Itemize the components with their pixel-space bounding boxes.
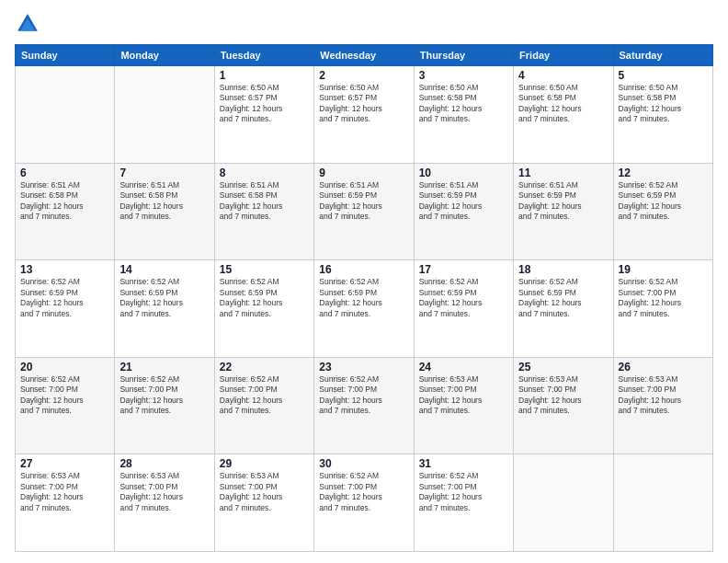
calendar-cell: 27Sunrise: 6:53 AM Sunset: 7:00 PM Dayli…	[16, 454, 115, 552]
day-number: 8	[220, 167, 309, 179]
day-number: 30	[319, 457, 408, 470]
day-number: 9	[319, 167, 408, 179]
day-number: 4	[518, 69, 608, 82]
day-number: 16	[319, 263, 408, 276]
calendar-cell: 9Sunrise: 6:51 AM Sunset: 6:59 PM Daylig…	[314, 163, 414, 260]
calendar-cell: 24Sunrise: 6:53 AM Sunset: 7:00 PM Dayli…	[414, 357, 513, 454]
day-info: Sunrise: 6:53 AM Sunset: 7:00 PM Dayligh…	[220, 471, 309, 513]
day-number: 24	[419, 361, 508, 373]
calendar-cell: 30Sunrise: 6:52 AM Sunset: 7:00 PM Dayli…	[314, 454, 414, 552]
day-info: Sunrise: 6:52 AM Sunset: 7:00 PM Dayligh…	[319, 374, 408, 417]
day-info: Sunrise: 6:52 AM Sunset: 7:00 PM Dayligh…	[119, 374, 209, 417]
calendar-cell: 29Sunrise: 6:53 AM Sunset: 7:00 PM Dayli…	[214, 454, 313, 552]
logo-icon	[15, 11, 40, 37]
col-header-saturday: Saturday	[613, 45, 712, 66]
day-number: 10	[419, 167, 508, 179]
header	[15, 11, 713, 37]
calendar-cell: 5Sunrise: 6:50 AM Sunset: 6:58 PM Daylig…	[613, 66, 712, 164]
day-info: Sunrise: 6:52 AM Sunset: 6:59 PM Dayligh…	[319, 277, 408, 319]
calendar-cell: 26Sunrise: 6:53 AM Sunset: 7:00 PM Dayli…	[613, 357, 712, 454]
day-info: Sunrise: 6:51 AM Sunset: 6:58 PM Dayligh…	[20, 180, 109, 223]
calendar-cell: 4Sunrise: 6:50 AM Sunset: 6:58 PM Daylig…	[514, 66, 613, 164]
day-number: 22	[220, 361, 309, 373]
calendar-cell: 15Sunrise: 6:52 AM Sunset: 6:59 PM Dayli…	[214, 260, 313, 358]
day-info: Sunrise: 6:50 AM Sunset: 6:57 PM Dayligh…	[319, 83, 408, 125]
day-number: 6	[20, 167, 109, 179]
day-info: Sunrise: 6:50 AM Sunset: 6:58 PM Dayligh…	[619, 83, 708, 125]
calendar-cell: 17Sunrise: 6:52 AM Sunset: 6:59 PM Dayli…	[414, 260, 513, 358]
page: SundayMondayTuesdayWednesdayThursdayFrid…	[0, 0, 728, 563]
calendar-cell	[115, 66, 214, 164]
day-number: 28	[119, 457, 209, 470]
day-number: 12	[619, 167, 708, 179]
day-info: Sunrise: 6:51 AM Sunset: 6:59 PM Dayligh…	[518, 180, 608, 223]
calendar-cell: 8Sunrise: 6:51 AM Sunset: 6:58 PM Daylig…	[214, 163, 313, 260]
col-header-monday: Monday	[115, 45, 214, 66]
day-info: Sunrise: 6:53 AM Sunset: 7:00 PM Dayligh…	[419, 374, 508, 417]
logo	[15, 11, 44, 37]
col-header-wednesday: Wednesday	[314, 45, 414, 66]
day-number: 31	[419, 457, 508, 470]
day-number: 29	[220, 457, 309, 470]
day-info: Sunrise: 6:50 AM Sunset: 6:57 PM Dayligh…	[220, 83, 309, 125]
day-number: 14	[119, 263, 209, 276]
day-info: Sunrise: 6:51 AM Sunset: 6:58 PM Dayligh…	[220, 180, 309, 223]
day-number: 25	[518, 361, 608, 373]
calendar-cell: 6Sunrise: 6:51 AM Sunset: 6:58 PM Daylig…	[16, 163, 115, 260]
day-number: 20	[20, 361, 109, 373]
calendar-cell	[613, 454, 712, 552]
calendar-cell: 7Sunrise: 6:51 AM Sunset: 6:58 PM Daylig…	[115, 163, 214, 260]
day-number: 26	[619, 361, 708, 373]
day-info: Sunrise: 6:52 AM Sunset: 6:59 PM Dayligh…	[220, 277, 309, 319]
calendar-cell: 25Sunrise: 6:53 AM Sunset: 7:00 PM Dayli…	[514, 357, 613, 454]
day-info: Sunrise: 6:50 AM Sunset: 6:58 PM Dayligh…	[518, 83, 608, 125]
calendar-cell: 10Sunrise: 6:51 AM Sunset: 6:59 PM Dayli…	[414, 163, 513, 260]
day-number: 3	[419, 69, 508, 82]
day-number: 21	[119, 361, 209, 373]
col-header-tuesday: Tuesday	[214, 45, 313, 66]
day-number: 23	[319, 361, 408, 373]
day-number: 19	[619, 263, 708, 276]
day-info: Sunrise: 6:52 AM Sunset: 7:00 PM Dayligh…	[220, 374, 309, 417]
day-info: Sunrise: 6:53 AM Sunset: 7:00 PM Dayligh…	[20, 471, 109, 513]
day-number: 5	[619, 69, 708, 82]
calendar-cell: 19Sunrise: 6:52 AM Sunset: 7:00 PM Dayli…	[613, 260, 712, 358]
calendar-cell: 20Sunrise: 6:52 AM Sunset: 7:00 PM Dayli…	[16, 357, 115, 454]
calendar-cell: 13Sunrise: 6:52 AM Sunset: 6:59 PM Dayli…	[16, 260, 115, 358]
calendar-cell: 21Sunrise: 6:52 AM Sunset: 7:00 PM Dayli…	[115, 357, 214, 454]
day-number: 18	[518, 263, 608, 276]
calendar-table: SundayMondayTuesdayWednesdayThursdayFrid…	[15, 44, 713, 552]
calendar-cell: 31Sunrise: 6:52 AM Sunset: 7:00 PM Dayli…	[414, 454, 513, 552]
day-info: Sunrise: 6:52 AM Sunset: 6:59 PM Dayligh…	[20, 277, 109, 319]
day-info: Sunrise: 6:53 AM Sunset: 7:00 PM Dayligh…	[518, 374, 608, 417]
day-number: 7	[119, 167, 209, 179]
day-info: Sunrise: 6:53 AM Sunset: 7:00 PM Dayligh…	[119, 471, 209, 513]
day-info: Sunrise: 6:52 AM Sunset: 7:00 PM Dayligh…	[20, 374, 109, 417]
day-number: 15	[220, 263, 309, 276]
calendar-cell: 28Sunrise: 6:53 AM Sunset: 7:00 PM Dayli…	[115, 454, 214, 552]
calendar-cell: 2Sunrise: 6:50 AM Sunset: 6:57 PM Daylig…	[314, 66, 414, 164]
col-header-thursday: Thursday	[414, 45, 513, 66]
calendar-cell: 16Sunrise: 6:52 AM Sunset: 6:59 PM Dayli…	[314, 260, 414, 358]
day-number: 1	[220, 69, 309, 82]
calendar-cell	[514, 454, 613, 552]
calendar-cell: 18Sunrise: 6:52 AM Sunset: 6:59 PM Dayli…	[514, 260, 613, 358]
calendar-cell: 22Sunrise: 6:52 AM Sunset: 7:00 PM Dayli…	[214, 357, 313, 454]
col-header-sunday: Sunday	[16, 45, 115, 66]
day-info: Sunrise: 6:52 AM Sunset: 6:59 PM Dayligh…	[419, 277, 508, 319]
day-number: 2	[319, 69, 408, 82]
day-info: Sunrise: 6:52 AM Sunset: 6:59 PM Dayligh…	[619, 180, 708, 223]
day-info: Sunrise: 6:51 AM Sunset: 6:58 PM Dayligh…	[119, 180, 209, 223]
calendar-cell: 1Sunrise: 6:50 AM Sunset: 6:57 PM Daylig…	[214, 66, 313, 164]
day-info: Sunrise: 6:52 AM Sunset: 6:59 PM Dayligh…	[119, 277, 209, 319]
col-header-friday: Friday	[514, 45, 613, 66]
calendar-cell: 23Sunrise: 6:52 AM Sunset: 7:00 PM Dayli…	[314, 357, 414, 454]
day-info: Sunrise: 6:50 AM Sunset: 6:58 PM Dayligh…	[419, 83, 508, 125]
day-info: Sunrise: 6:52 AM Sunset: 6:59 PM Dayligh…	[518, 277, 608, 319]
day-info: Sunrise: 6:52 AM Sunset: 7:00 PM Dayligh…	[319, 471, 408, 513]
day-number: 27	[20, 457, 109, 470]
day-info: Sunrise: 6:51 AM Sunset: 6:59 PM Dayligh…	[319, 180, 408, 223]
calendar-cell: 3Sunrise: 6:50 AM Sunset: 6:58 PM Daylig…	[414, 66, 513, 164]
calendar-cell: 14Sunrise: 6:52 AM Sunset: 6:59 PM Dayli…	[115, 260, 214, 358]
calendar-cell	[16, 66, 115, 164]
